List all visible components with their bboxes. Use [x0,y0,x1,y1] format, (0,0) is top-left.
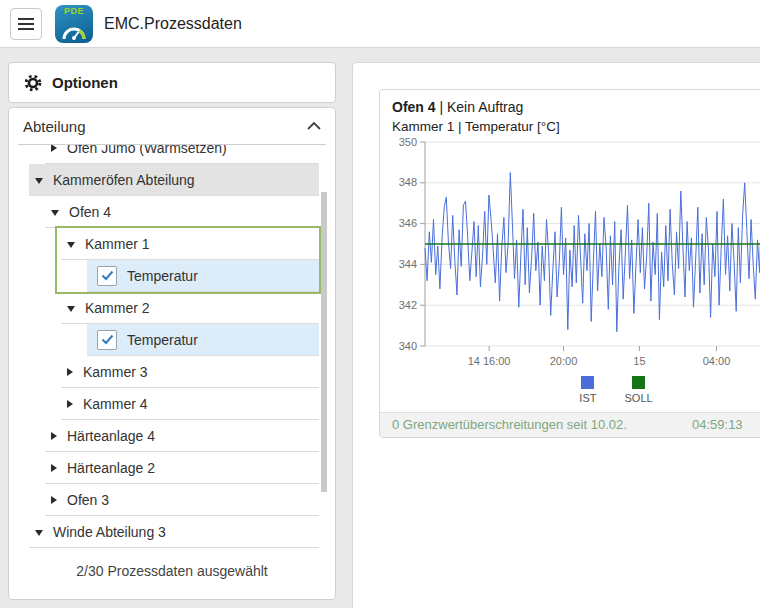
app-logo-text: PDE [64,6,84,16]
chart-title: Ofen 4 | Kein Auftrag [392,99,760,115]
abteilung-panel: Abteilung Ofen Jumo (Warmsetzen)Kammeröf… [8,107,336,600]
tree-item-label: Ofen 3 [67,492,109,508]
limit-violations-text: 0 Grenzwertüberschreitungen seit 10.02. [392,413,627,437]
tree-item-label: Härteanlage 4 [67,428,155,444]
expand-arrow-icon[interactable] [67,368,73,376]
expand-arrow-icon[interactable] [51,145,57,152]
svg-text:340: 340 [399,340,417,352]
tree-item[interactable]: Winde Abteilung 3 [29,516,319,548]
legend-item-ist[interactable]: IST [579,376,596,404]
collapse-arrow-icon[interactable] [35,530,43,536]
legend-item-soll[interactable]: SOLL [624,376,652,404]
abteilung-title: Abteilung [23,118,86,135]
checkbox-checked-icon[interactable] [97,266,117,286]
tree-item-label: Winde Abteilung 3 [53,524,166,540]
svg-text:350: 350 [399,136,417,148]
svg-text:348: 348 [399,176,417,188]
tree-item[interactable]: Härteanlage 2 [45,452,319,484]
abteilung-header[interactable]: Abteilung [18,108,326,145]
tree-item-label: Härteanlage 2 [67,460,155,476]
svg-text:20:00: 20:00 [550,355,578,367]
tree-item-signal[interactable]: Temperatur [87,324,319,356]
tree-item-signal[interactable]: Temperatur [87,260,319,292]
selection-count: 2/30 Prozessdaten ausgewählt [9,563,335,579]
tree-item[interactable]: Kammer 1 [61,228,319,260]
hamburger-icon [18,18,34,20]
chart-status-bar: 0 Grenzwertüberschreitungen seit 10.02. … [380,412,760,437]
tree-item-label: Kammeröfen Abteilung [53,172,195,188]
svg-text:344: 344 [399,258,417,270]
expand-arrow-icon[interactable] [67,400,73,408]
temperature-chart: 34034234434634835014 16:0020:001504:00 [391,136,760,372]
tree-item-label: Ofen Jumo (Warmsetzen) [67,145,227,156]
gear-icon [24,74,42,92]
expand-arrow-icon[interactable] [51,432,57,440]
options-label: Optionen [52,74,118,91]
app-title: EMC.Prozessdaten [104,15,242,33]
tree-item-label: Kammer 4 [83,396,148,412]
chart-title-machine: Ofen 4 [392,99,436,115]
chart-card: Ofen 4 | Kein Auftrag Kammer 1 | Tempera… [379,89,760,438]
legend-label: SOLL [624,392,652,404]
tree-viewport: Ofen Jumo (Warmsetzen)Kammeröfen Abteilu… [9,145,335,548]
legend-swatch-icon [632,376,645,389]
tree-scrollbar-thumb[interactable] [321,192,327,492]
svg-text:14 16:00: 14 16:00 [468,355,511,367]
plot-area: 34034234434634835014 16:0020:001504:00 [380,136,760,376]
svg-text:15: 15 [633,355,645,367]
options-section[interactable]: Optionen [8,62,336,103]
tree-item[interactable]: Kammeröfen Abteilung [29,164,319,196]
collapse-arrow-icon[interactable] [67,242,75,248]
tree-item-label: Kammer 2 [85,300,150,316]
collapse-arrow-icon[interactable] [67,306,75,312]
elapsed-time: 04:59:13 [692,413,743,437]
legend-label: IST [579,392,596,404]
top-bar: PDE EMC.Prozessdaten [0,0,760,48]
tree-item[interactable]: Härteanlage 4 [45,420,319,452]
tree-item[interactable]: Ofen 4 [45,196,319,228]
tree-item-label: Temperatur [127,332,198,348]
chart-legend: ISTSOLL [414,376,760,412]
chart-title-status: | Kein Auftrag [436,99,524,115]
expand-arrow-icon[interactable] [51,496,57,504]
chevron-up-icon[interactable] [307,122,321,130]
app-logo: PDE [55,5,93,43]
svg-text:04:00: 04:00 [703,355,731,367]
tree-item-label: Kammer 3 [83,364,148,380]
svg-text:342: 342 [399,299,417,311]
tree-item[interactable]: Kammer 3 [61,356,319,388]
tree-item-label: Ofen 4 [69,204,111,220]
tree-item-label: Kammer 1 [85,236,150,252]
svg-text:346: 346 [399,217,417,229]
chart-titles: Ofen 4 | Kein Auftrag Kammer 1 | Tempera… [380,90,760,136]
gauge-icon [61,24,87,40]
collapse-arrow-icon[interactable] [51,210,59,216]
checkbox-checked-icon[interactable] [97,330,117,350]
tree-item[interactable]: Ofen Jumo (Warmsetzen) [45,145,319,164]
expand-arrow-icon[interactable] [51,464,57,472]
legend-swatch-icon [581,376,594,389]
menu-button[interactable] [10,8,42,40]
tree-item[interactable]: Ofen 3 [45,484,319,516]
collapse-arrow-icon[interactable] [35,178,43,184]
content-panel: Ofen 4 | Kein Auftrag Kammer 1 | Tempera… [352,62,760,608]
tree-item[interactable]: Kammer 2 [61,292,319,324]
chart-subtitle: Kammer 1 | Temperatur [°C] [392,119,760,134]
tree-item-label: Temperatur [127,268,198,284]
tree-item[interactable]: Kammer 4 [61,388,319,420]
